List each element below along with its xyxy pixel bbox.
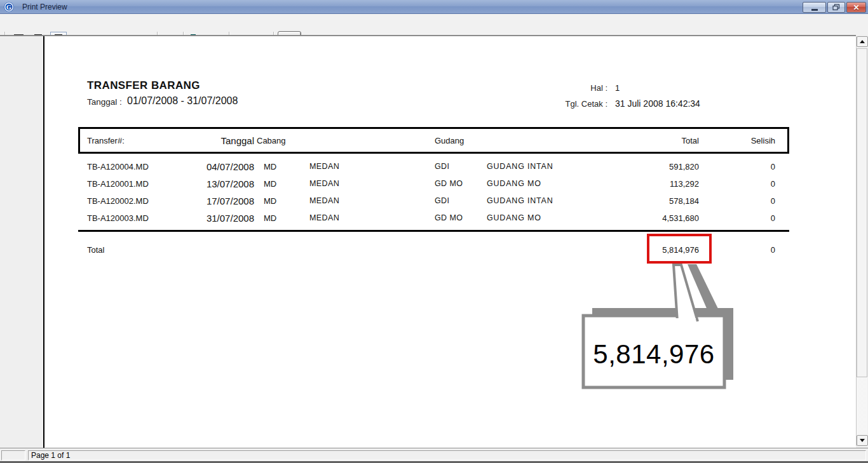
tanggal-label: Tanggal : bbox=[87, 97, 122, 107]
cell-transfer: TB-A120002.MD bbox=[87, 196, 149, 205]
g-logo-icon: G bbox=[4, 2, 14, 12]
cell-transfer: TB-A120001.MD bbox=[87, 178, 149, 188]
cell-cabang-code: MD bbox=[264, 213, 276, 222]
table-bottom-rule bbox=[78, 230, 789, 232]
col-header-cabang: Cabang bbox=[257, 136, 286, 145]
cell-cabang-name: MEDAN bbox=[309, 179, 339, 188]
cell-transfer: TB-A120004.MD bbox=[87, 161, 149, 171]
col-header-transfer: Transfer#: bbox=[87, 136, 125, 145]
cell-cabang-code: MD bbox=[264, 178, 276, 188]
cell-cabang-name: MEDAN bbox=[309, 213, 339, 222]
hal-label: Hal : bbox=[527, 83, 607, 93]
window-controls: ✕ bbox=[803, 2, 866, 13]
vertical-scrollbar bbox=[856, 36, 867, 446]
cell-gudang-code: GDI bbox=[435, 162, 449, 171]
total-selisih: 0 bbox=[712, 245, 775, 254]
statusbar: Page 1 of 1 bbox=[0, 448, 868, 463]
total-row: Total 5,814,976 0 bbox=[44, 241, 856, 258]
cell-cabang-name: MEDAN bbox=[309, 196, 339, 205]
col-header-tanggal: Tanggal bbox=[178, 135, 254, 146]
hal-value: 1 bbox=[615, 83, 620, 93]
cell-gudang-name: GUDANG INTAN bbox=[487, 162, 553, 171]
cell-gudang-name: GUDANG MO bbox=[487, 213, 541, 222]
minimize-icon bbox=[811, 9, 818, 11]
cell-selisih: 0 bbox=[712, 196, 775, 205]
cell-selisih: 0 bbox=[712, 178, 775, 188]
cell-transfer: TB-A120003.MD bbox=[87, 213, 149, 222]
preview-area: TRANSFER BARANG Tanggal : 01/07/2008 - 3… bbox=[0, 35, 856, 448]
restore-button[interactable] bbox=[827, 2, 845, 13]
cell-tanggal: 17/07/2008 bbox=[178, 195, 254, 206]
cell-total: 4,531,680 bbox=[616, 213, 699, 222]
print-preview-window: G Print Preview ✕ bbox=[0, 0, 868, 463]
cell-gudang-code: GD MO bbox=[435, 213, 463, 222]
close-window-button[interactable]: ✕ bbox=[846, 2, 866, 13]
cell-selisih: 0 bbox=[712, 161, 775, 171]
col-header-gudang: Gudang bbox=[435, 136, 464, 145]
window-title: Print Preview bbox=[22, 3, 67, 11]
cell-selisih: 0 bbox=[712, 213, 775, 222]
cell-cabang-code: MD bbox=[264, 196, 276, 205]
report-page: TRANSFER BARANG Tanggal : 01/07/2008 - 3… bbox=[44, 36, 856, 448]
close-icon: ✕ bbox=[853, 3, 859, 12]
titlebar: G Print Preview ✕ bbox=[0, 0, 868, 14]
cell-gudang-code: GD MO bbox=[435, 179, 463, 188]
scroll-down-button[interactable] bbox=[857, 435, 868, 446]
cell-tanggal: 04/07/2008 bbox=[178, 161, 254, 171]
cell-cabang-code: MD bbox=[264, 161, 276, 171]
tanggal-value: 01/07/2008 - 31/07/2008 bbox=[127, 95, 238, 107]
down-arrow-icon bbox=[860, 439, 865, 442]
cell-tanggal: 31/07/2008 bbox=[178, 212, 254, 223]
table-row: TB-A120002.MD 17/07/2008 MD MEDAN GDI GU… bbox=[44, 192, 856, 209]
restore-icon bbox=[832, 4, 840, 11]
toolbar: Close bbox=[0, 14, 868, 35]
cell-total: 578,184 bbox=[616, 196, 699, 205]
report-title: TRANSFER BARANG bbox=[87, 79, 200, 92]
tgl-cetak-value: 31 Juli 2008 16:42:34 bbox=[615, 98, 700, 109]
cell-gudang-name: GUDANG INTAN bbox=[487, 196, 553, 205]
cell-gudang-code: GDI bbox=[435, 196, 449, 205]
col-header-total: Total bbox=[616, 136, 699, 145]
status-panel-left bbox=[1, 450, 25, 460]
cell-cabang-name: MEDAN bbox=[309, 162, 339, 171]
table-row: TB-A120004.MD 04/07/2008 MD MEDAN GDI GU… bbox=[44, 158, 856, 175]
total-highlight-box bbox=[647, 234, 712, 264]
table-row: TB-A120001.MD 13/07/2008 MD MEDAN GD MO … bbox=[44, 175, 856, 192]
table-row: TB-A120003.MD 31/07/2008 MD MEDAN GD MO … bbox=[44, 209, 856, 226]
scroll-thumb[interactable] bbox=[857, 48, 867, 377]
cell-total: 591,820 bbox=[616, 161, 699, 171]
minimize-button[interactable] bbox=[803, 2, 826, 13]
table-header-row: Transfer#: Tanggal Cabang Gudang Total S… bbox=[44, 131, 856, 149]
col-header-selisih: Selisih bbox=[712, 136, 775, 145]
scroll-up-button[interactable] bbox=[857, 36, 868, 47]
total-label: Total bbox=[87, 245, 104, 254]
tgl-cetak-label: Tgl. Cetak : bbox=[527, 99, 607, 109]
page-status-text: Page 1 of 1 bbox=[28, 450, 866, 460]
cell-total: 113,292 bbox=[616, 178, 699, 188]
up-arrow-icon bbox=[860, 40, 865, 43]
cell-gudang-name: GUDANG MO bbox=[487, 179, 541, 188]
cell-tanggal: 13/07/2008 bbox=[178, 178, 254, 189]
callout-value: 5,814,976 bbox=[583, 339, 724, 370]
svg-text:G: G bbox=[6, 4, 11, 11]
